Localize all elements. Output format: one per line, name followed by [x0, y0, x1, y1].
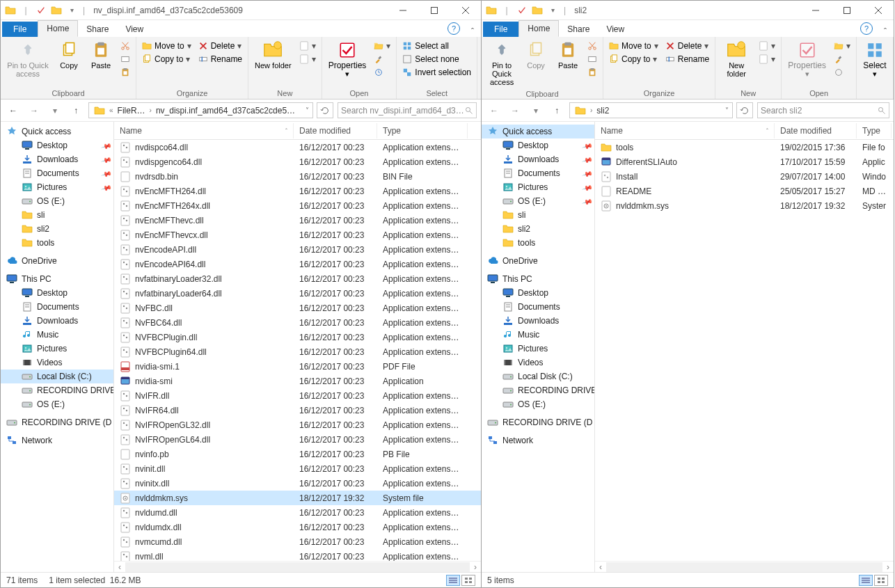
delete-button[interactable]: Delete▾ [196, 40, 245, 52]
file-row[interactable]: NvIFROpenGL32.dll16/12/2017 00:23Applica… [114, 418, 481, 432]
nav-onedrive[interactable]: OneDrive [482, 254, 594, 268]
pin-quickaccess-button[interactable]: Pin to Quick access [3, 38, 52, 80]
breadcrumb-dropdown[interactable]: ˅ [305, 106, 310, 114]
breadcrumbs[interactable]: « FileR… › nv_dispi.inf_amd64_d37ca5c2cd… [88, 102, 313, 118]
nav-item[interactable]: sli2 [1, 222, 113, 236]
edit-button[interactable] [831, 53, 853, 65]
file-row[interactable]: NVFBCPlugin.dll16/12/2017 00:23Applicati… [114, 330, 481, 344]
tab-file[interactable]: File [483, 22, 518, 37]
collapse-ribbon-button[interactable]: ˆ [877, 27, 894, 37]
select-all-button[interactable]: Select all [399, 40, 474, 52]
file-row[interactable]: tools19/02/2015 17:36File fo [595, 140, 894, 154]
search-input[interactable]: Search sli2 [757, 102, 889, 118]
file-row[interactable]: nvinit.dll16/12/2017 00:23Application ex… [114, 461, 481, 476]
nav-pane[interactable]: Quick access Desktop📌Downloads📌Documents… [482, 122, 595, 572]
nav-item[interactable]: Desktop [482, 286, 594, 300]
nav-item[interactable]: Desktop [1, 286, 113, 300]
icons-view-button[interactable] [874, 575, 888, 586]
edit-button[interactable] [371, 53, 393, 65]
nav-network[interactable]: Network [482, 434, 594, 447]
back-button[interactable]: ← [5, 102, 22, 119]
details-view-button[interactable] [859, 575, 873, 586]
nav-item[interactable]: OS (E:) [482, 397, 594, 411]
history-button[interactable] [831, 66, 853, 79]
copy-path-button[interactable] [118, 53, 133, 65]
nav-item[interactable]: tools [482, 236, 594, 250]
nav-this-pc[interactable]: This PC [482, 272, 594, 286]
breadcrumb-seg[interactable]: FileR… [116, 106, 148, 116]
paste-shortcut-button[interactable] [118, 66, 133, 79]
rename-button[interactable]: Rename [663, 53, 712, 65]
nav-item[interactable]: Videos [482, 356, 594, 370]
nav-item[interactable]: Documents [1, 300, 113, 314]
history-button[interactable] [371, 66, 393, 79]
nav-network[interactable]: Network [1, 434, 113, 447]
paste-button[interactable]: Paste [553, 38, 583, 72]
refresh-button[interactable] [736, 102, 753, 118]
nav-item[interactable]: RECORDING DRIVE [1, 383, 113, 397]
file-row[interactable]: nvdrsdb.bin16/12/2017 00:23BIN File [114, 169, 481, 184]
file-row[interactable]: nvEncMFThevcx.dll16/12/2017 00:23Applica… [114, 228, 481, 242]
help-button[interactable]: ? [448, 22, 460, 35]
nav-item[interactable]: Videos [1, 356, 113, 370]
collapse-ribbon-button[interactable]: ˆ [464, 27, 481, 37]
col-type[interactable]: Type [377, 123, 468, 138]
file-row[interactable]: README25/05/2017 15:27MD Fil [595, 184, 894, 198]
nav-item[interactable]: Pictures [1, 342, 113, 356]
file-row[interactable]: Install29/07/2017 14:00Windo [595, 169, 894, 184]
file-row[interactable]: NvFBC.dll16/12/2017 00:23Application ext… [114, 301, 481, 315]
file-row[interactable]: nvlddmkm.sys18/12/2017 19:32System file [114, 491, 481, 505]
file-row[interactable]: NvFBC64.dll16/12/2017 00:23Application e… [114, 315, 481, 330]
nav-item[interactable]: Desktop📌 [1, 138, 113, 152]
nav-item[interactable]: OS (E:) [1, 194, 113, 208]
copy-to-button[interactable]: Copy to▾ [139, 53, 194, 65]
pin-quickaccess-button[interactable]: Pin to Quick access [484, 38, 519, 88]
tab-share[interactable]: Share [78, 22, 117, 37]
close-button[interactable] [862, 1, 894, 20]
paste-shortcut-button[interactable] [585, 66, 600, 79]
invert-selection-button[interactable]: Invert selection [399, 66, 474, 79]
nav-item[interactable]: Desktop📌 [482, 138, 594, 152]
nav-item[interactable]: OS (E:)📌 [482, 194, 594, 208]
nav-item[interactable]: Local Disk (C:) [482, 370, 594, 383]
file-row[interactable]: DifferentSLIAuto17/10/2017 15:59Applic [595, 154, 894, 169]
col-name[interactable]: Nameˆ [595, 123, 775, 138]
nav-item[interactable]: OS (E:) [1, 397, 113, 411]
rename-button[interactable]: Rename [196, 53, 245, 65]
help-button[interactable]: ? [860, 22, 873, 35]
move-to-button[interactable]: Move to▾ [606, 40, 661, 52]
breadcrumbs[interactable]: › sli2 ˅ [569, 102, 733, 118]
file-row[interactable]: nvEncMFThevc.dll16/12/2017 00:23Applicat… [114, 213, 481, 228]
nav-drive[interactable]: RECORDING DRIVE (D [1, 415, 113, 429]
recent-button[interactable]: ▾ [528, 102, 544, 119]
qat-newfolder-icon[interactable] [51, 5, 62, 16]
nav-item[interactable]: sli2 [482, 222, 594, 236]
copy-path-button[interactable] [585, 53, 600, 65]
nav-item[interactable]: Pictures [482, 342, 594, 356]
close-button[interactable] [450, 1, 481, 20]
nav-item[interactable]: Downloads📌 [482, 152, 594, 166]
up-button[interactable]: ↑ [68, 102, 84, 119]
maximize-button[interactable] [831, 1, 862, 20]
qat-dropdown-icon[interactable]: ▾ [547, 5, 558, 16]
tab-file[interactable]: File [2, 22, 38, 37]
nav-pane[interactable]: Quick access Desktop📌Downloads📌Documents… [1, 122, 114, 572]
select-none-button[interactable]: Select none [399, 53, 474, 65]
new-item-button[interactable]: ▾ [756, 40, 778, 52]
copy-button[interactable]: Copy [521, 38, 551, 72]
minimize-button[interactable] [800, 1, 831, 20]
file-row[interactable]: nvEncMFTH264x.dll16/12/2017 00:23Applica… [114, 198, 481, 213]
nav-item[interactable]: Downloads [482, 314, 594, 328]
qat-dropdown-icon[interactable]: ▾ [66, 5, 77, 16]
file-row[interactable]: nvEncodeAPI64.dll16/12/2017 00:23Applica… [114, 257, 481, 271]
easy-access-button[interactable]: ▾ [296, 53, 319, 65]
qat-newfolder-icon[interactable] [532, 5, 543, 16]
file-row[interactable]: nvinitx.dll16/12/2017 00:23Application e… [114, 476, 481, 491]
breadcrumb-seg[interactable]: nv_dispi.inf_amd64_d37ca5c2cde5… [154, 106, 297, 116]
details-view-button[interactable] [446, 575, 460, 586]
col-date[interactable]: Date modified [294, 123, 377, 138]
col-name[interactable]: Nameˆ [114, 123, 294, 138]
file-row[interactable]: nvEncMFTH264.dll16/12/2017 00:23Applicat… [114, 184, 481, 198]
file-row[interactable]: nvidia-smi16/12/2017 00:23Application [114, 374, 481, 388]
hscroll[interactable]: ‹› [114, 561, 481, 572]
